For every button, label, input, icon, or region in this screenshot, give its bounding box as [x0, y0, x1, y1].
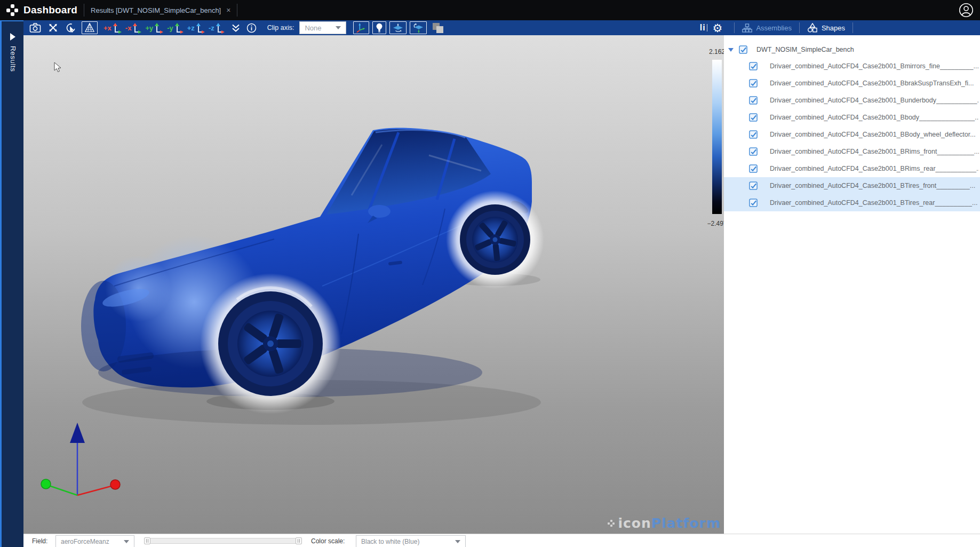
viewport-3d[interactable]: 2.162 −2.497 iconPlatform [23, 35, 724, 534]
axis-triad-icon [355, 22, 367, 33]
axis-button-label: +y [145, 24, 153, 32]
layers-icon [432, 22, 444, 34]
app-title: Dashboard [23, 4, 77, 16]
slider-track[interactable] [144, 538, 302, 544]
watermark-platform-text: Platform [651, 516, 721, 531]
checkbox-checked-icon[interactable] [749, 96, 758, 105]
checkbox-checked-icon[interactable] [749, 79, 758, 88]
expand-panel-icon[interactable] [10, 33, 15, 41]
colorbar-max-value: 2.162 [702, 48, 724, 56]
tree-row-label[interactable]: Drivaer_combined_AutoCFD4_Case2b001_BBod… [770, 131, 976, 138]
tree-row-label[interactable]: Drivaer_combined_AutoCFD4_Case2b001_BRim… [770, 148, 979, 155]
tree-root-row[interactable]: DWT_NOSIM_SimpleCar_bench [724, 42, 980, 58]
checkbox-checked-icon[interactable] [749, 130, 758, 139]
double-chevron-down-icon [232, 23, 240, 33]
slider-handle-min[interactable] [144, 537, 150, 544]
toolbar-right-group: li ⚙ Assemblies [700, 20, 853, 35]
checkbox-checked-icon[interactable] [749, 147, 758, 156]
shapes-toggle[interactable]: Shapes [800, 20, 852, 35]
tree-row[interactable]: Drivaer_combined_AutoCFD4_Case2b001_BTir… [724, 177, 980, 194]
axis-button-label: -z [209, 24, 214, 32]
axis-button-label: -x [125, 24, 132, 32]
clip-axis-select[interactable]: None [299, 21, 346, 34]
checkbox-checked-icon[interactable] [749, 199, 758, 208]
tree-row[interactable]: Drivaer_combined_AutoCFD4_Case2b001_Bmir… [724, 58, 980, 75]
results-sidebar: Results [0, 20, 23, 547]
axis-button--x[interactable]: -x [123, 21, 144, 34]
car-model-3d[interactable] [23, 35, 724, 534]
perspective-grid-icon [84, 22, 95, 33]
color-scale-label: Color scale: [311, 537, 345, 545]
clip-axis-value: None [305, 24, 321, 32]
fit-view-button[interactable] [389, 21, 407, 34]
sidebar-results-label[interactable]: Results [9, 46, 17, 72]
divider [852, 22, 853, 33]
chevron-down-icon [455, 540, 460, 543]
more-views-button[interactable] [230, 21, 242, 34]
tree-collapse-icon[interactable] [728, 48, 734, 52]
chevron-down-icon [336, 26, 341, 29]
tree-row[interactable]: Drivaer_combined_AutoCFD4_Case2b001_Bbra… [724, 75, 980, 92]
axis-button-+x[interactable]: +x [101, 21, 123, 34]
axis-arrow-icon [155, 23, 163, 33]
app-logo-icon [6, 4, 18, 16]
color-scale-bar [712, 60, 722, 214]
tree-row-label[interactable]: Drivaer_combined_AutoCFD4_Case2b001_Bmir… [770, 62, 979, 70]
layers-button[interactable] [430, 21, 446, 34]
tree-row-label[interactable]: Drivaer_combined_AutoCFD4_Case2b001_Bbod… [770, 114, 979, 121]
tree-row[interactable]: Drivaer_combined_AutoCFD4_Case2b001_BRim… [724, 160, 980, 177]
field-select[interactable]: aeroForceMeanz [55, 535, 134, 547]
shapes-icon [807, 23, 818, 33]
axis-button--z[interactable]: -z [206, 21, 226, 34]
checkbox-checked-icon[interactable] [749, 113, 758, 122]
axis-triad-button[interactable] [353, 21, 369, 34]
info-button[interactable] [245, 21, 258, 34]
axis-buttons: +x-x+y-y+z-z [101, 20, 226, 35]
tree-row-label[interactable]: Drivaer_combined_AutoCFD4_Case2b001_BTir… [770, 199, 977, 207]
rotate-button[interactable] [63, 21, 78, 34]
li-text: li [700, 23, 706, 33]
field-controls-bar: Field: aeroForceMeanz Color scale: Black… [23, 534, 980, 547]
view-plane-icon [392, 22, 404, 33]
checkbox-checked-icon[interactable] [749, 181, 758, 191]
perspective-button[interactable] [82, 21, 98, 34]
tree-row-label[interactable]: Drivaer_combined_AutoCFD4_Case2b001_Bbra… [770, 80, 974, 87]
settings-button[interactable]: ⚙ [713, 22, 723, 34]
axis-button-+y[interactable]: +y [143, 21, 165, 34]
app-window: Dashboard Results [DWT_NOSIM_SimpleCar_b… [0, 0, 980, 547]
tab-results[interactable]: Results [DWT_NOSIM_SimpleCar_bench] × [91, 6, 230, 14]
checkbox-checked-icon[interactable] [749, 62, 758, 71]
tree-row[interactable]: Drivaer_combined_AutoCFD4_Case2b001_Bund… [724, 92, 980, 109]
color-scale-select[interactable]: Black to white (Blue) [356, 535, 466, 547]
tree-row[interactable]: Drivaer_combined_AutoCFD4_Case2b001_BBod… [724, 126, 980, 143]
rotate-view-button[interactable] [410, 21, 427, 34]
assemblies-toggle[interactable]: Assemblies [735, 20, 799, 35]
text-cursor [707, 24, 707, 31]
pan-button[interactable] [46, 21, 60, 34]
tree-row[interactable]: Drivaer_combined_AutoCFD4_Case2b001_BTir… [724, 194, 980, 211]
tab-label: Results [DWT_NOSIM_SimpleCar_bench] [91, 6, 221, 14]
icon-platform-watermark: iconPlatform [608, 516, 721, 531]
tree-row[interactable]: Drivaer_combined_AutoCFD4_Case2b001_BRim… [724, 143, 980, 160]
account-icon[interactable] [959, 3, 974, 18]
checkbox-checked-icon[interactable] [749, 164, 758, 173]
divider [84, 4, 84, 17]
checkbox-checked-icon[interactable] [739, 45, 748, 54]
tree-root-label[interactable]: DWT_NOSIM_SimpleCar_bench [756, 46, 854, 53]
tab-close-icon[interactable]: × [226, 6, 230, 14]
tree-row-label[interactable]: Drivaer_combined_AutoCFD4_Case2b001_BTir… [770, 182, 975, 189]
light-button[interactable] [372, 21, 386, 34]
icon-logo-dots [608, 520, 615, 527]
axis-button-label: +z [187, 24, 195, 32]
tree-row-label[interactable]: Drivaer_combined_AutoCFD4_Case2b001_Bund… [770, 97, 979, 104]
slider-handle-max[interactable] [296, 537, 302, 544]
axis-button-label: +x [103, 24, 111, 32]
range-slider[interactable] [144, 537, 302, 544]
move-arrows-icon [47, 22, 59, 33]
tree-items: Drivaer_combined_AutoCFD4_Case2b001_Bmir… [724, 58, 980, 211]
axis-button-+z[interactable]: +z [185, 21, 206, 34]
tree-row-label[interactable]: Drivaer_combined_AutoCFD4_Case2b001_BRim… [770, 165, 979, 172]
axis-button--y[interactable]: -y [165, 21, 185, 34]
screenshot-button[interactable] [28, 21, 43, 34]
tree-row[interactable]: Drivaer_combined_AutoCFD4_Case2b001_Bbod… [724, 109, 980, 126]
